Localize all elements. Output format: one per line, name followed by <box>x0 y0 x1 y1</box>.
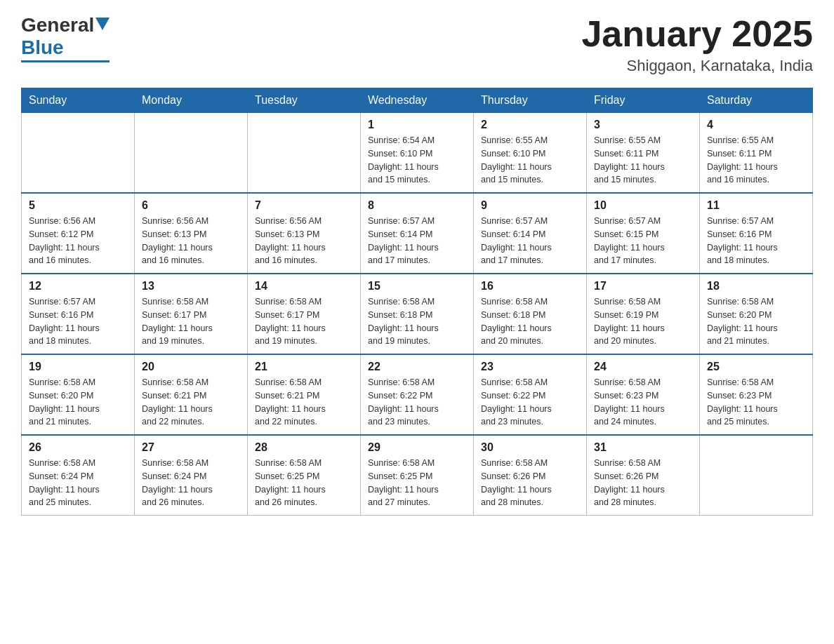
calendar-cell: 17Sunrise: 6:58 AMSunset: 6:19 PMDayligh… <box>587 274 700 354</box>
day-info: Sunrise: 6:54 AMSunset: 6:10 PMDaylight:… <box>368 134 466 187</box>
calendar-week-row: 26Sunrise: 6:58 AMSunset: 6:24 PMDayligh… <box>22 435 813 516</box>
day-info: Sunrise: 6:58 AMSunset: 6:20 PMDaylight:… <box>707 295 805 348</box>
day-number: 8 <box>368 199 466 212</box>
calendar-cell: 22Sunrise: 6:58 AMSunset: 6:22 PMDayligh… <box>361 354 474 435</box>
day-info: Sunrise: 6:55 AMSunset: 6:11 PMDaylight:… <box>594 134 692 187</box>
calendar-cell: 26Sunrise: 6:58 AMSunset: 6:24 PMDayligh… <box>22 435 135 516</box>
day-info: Sunrise: 6:58 AMSunset: 6:23 PMDaylight:… <box>707 376 805 429</box>
day-info: Sunrise: 6:58 AMSunset: 6:25 PMDaylight:… <box>255 457 353 509</box>
day-number: 17 <box>594 280 692 293</box>
day-info: Sunrise: 6:56 AMSunset: 6:12 PMDaylight:… <box>29 215 127 267</box>
col-sunday: Sunday <box>22 88 135 113</box>
day-number: 20 <box>142 361 240 373</box>
calendar-cell: 14Sunrise: 6:58 AMSunset: 6:17 PMDayligh… <box>248 274 361 354</box>
calendar-cell: 20Sunrise: 6:58 AMSunset: 6:21 PMDayligh… <box>135 354 248 435</box>
day-number: 1 <box>368 119 466 131</box>
day-number: 26 <box>29 441 127 454</box>
calendar-week-row: 5Sunrise: 6:56 AMSunset: 6:12 PMDaylight… <box>22 193 813 274</box>
day-info: Sunrise: 6:58 AMSunset: 6:26 PMDaylight:… <box>594 457 692 509</box>
calendar-header-row: Sunday Monday Tuesday Wednesday Thursday… <box>22 88 813 113</box>
day-info: Sunrise: 6:58 AMSunset: 6:21 PMDaylight:… <box>142 376 240 429</box>
calendar-week-row: 1Sunrise: 6:54 AMSunset: 6:10 PMDaylight… <box>22 113 813 194</box>
day-info: Sunrise: 6:58 AMSunset: 6:18 PMDaylight:… <box>368 295 466 348</box>
day-info: Sunrise: 6:58 AMSunset: 6:22 PMDaylight:… <box>368 376 466 429</box>
day-number: 2 <box>481 119 579 131</box>
col-tuesday: Tuesday <box>248 88 361 113</box>
col-thursday: Thursday <box>474 88 587 113</box>
day-number: 31 <box>594 441 692 454</box>
calendar-cell: 7Sunrise: 6:56 AMSunset: 6:13 PMDaylight… <box>248 193 361 274</box>
calendar-cell: 25Sunrise: 6:58 AMSunset: 6:23 PMDayligh… <box>700 354 813 435</box>
calendar-cell: 18Sunrise: 6:58 AMSunset: 6:20 PMDayligh… <box>700 274 813 354</box>
day-number: 27 <box>142 441 240 454</box>
calendar-cell <box>135 113 248 194</box>
calendar-cell: 24Sunrise: 6:58 AMSunset: 6:23 PMDayligh… <box>587 354 700 435</box>
day-number: 24 <box>594 361 692 373</box>
day-number: 13 <box>142 280 240 293</box>
calendar-cell <box>700 435 813 516</box>
day-number: 14 <box>255 280 353 293</box>
calendar-cell: 31Sunrise: 6:58 AMSunset: 6:26 PMDayligh… <box>587 435 700 516</box>
day-info: Sunrise: 6:56 AMSunset: 6:13 PMDaylight:… <box>255 215 353 267</box>
calendar-cell: 9Sunrise: 6:57 AMSunset: 6:14 PMDaylight… <box>474 193 587 274</box>
calendar-table: Sunday Monday Tuesday Wednesday Thursday… <box>21 88 813 516</box>
calendar-cell: 19Sunrise: 6:58 AMSunset: 6:20 PMDayligh… <box>22 354 135 435</box>
day-number: 22 <box>368 361 466 373</box>
calendar-cell: 8Sunrise: 6:57 AMSunset: 6:14 PMDaylight… <box>361 193 474 274</box>
col-monday: Monday <box>135 88 248 113</box>
day-number: 4 <box>707 119 805 131</box>
day-info: Sunrise: 6:57 AMSunset: 6:15 PMDaylight:… <box>594 215 692 267</box>
calendar-cell: 16Sunrise: 6:58 AMSunset: 6:18 PMDayligh… <box>474 274 587 354</box>
logo-general-text: General <box>21 14 94 36</box>
calendar-cell: 5Sunrise: 6:56 AMSunset: 6:12 PMDaylight… <box>22 193 135 274</box>
day-info: Sunrise: 6:58 AMSunset: 6:18 PMDaylight:… <box>481 295 579 348</box>
day-number: 3 <box>594 119 692 131</box>
day-info: Sunrise: 6:58 AMSunset: 6:21 PMDaylight:… <box>255 376 353 429</box>
day-info: Sunrise: 6:58 AMSunset: 6:23 PMDaylight:… <box>594 376 692 429</box>
calendar-cell: 13Sunrise: 6:58 AMSunset: 6:17 PMDayligh… <box>135 274 248 354</box>
calendar-cell: 4Sunrise: 6:55 AMSunset: 6:11 PMDaylight… <box>700 113 813 194</box>
day-number: 29 <box>368 441 466 454</box>
calendar-cell: 21Sunrise: 6:58 AMSunset: 6:21 PMDayligh… <box>248 354 361 435</box>
day-info: Sunrise: 6:56 AMSunset: 6:13 PMDaylight:… <box>142 215 240 267</box>
day-info: Sunrise: 6:55 AMSunset: 6:10 PMDaylight:… <box>481 134 579 187</box>
day-info: Sunrise: 6:58 AMSunset: 6:20 PMDaylight:… <box>29 376 127 429</box>
header: General Blue January 2025 Shiggaon, Karn… <box>21 14 813 75</box>
calendar-subtitle: Shiggaon, Karnataka, India <box>581 57 813 75</box>
day-info: Sunrise: 6:58 AMSunset: 6:24 PMDaylight:… <box>142 457 240 509</box>
day-number: 16 <box>481 280 579 293</box>
day-number: 12 <box>29 280 127 293</box>
day-info: Sunrise: 6:58 AMSunset: 6:24 PMDaylight:… <box>29 457 127 509</box>
calendar-cell: 11Sunrise: 6:57 AMSunset: 6:16 PMDayligh… <box>700 193 813 274</box>
calendar-cell: 12Sunrise: 6:57 AMSunset: 6:16 PMDayligh… <box>22 274 135 354</box>
day-info: Sunrise: 6:57 AMSunset: 6:16 PMDaylight:… <box>29 295 127 348</box>
calendar-cell: 27Sunrise: 6:58 AMSunset: 6:24 PMDayligh… <box>135 435 248 516</box>
calendar-cell: 15Sunrise: 6:58 AMSunset: 6:18 PMDayligh… <box>361 274 474 354</box>
day-info: Sunrise: 6:57 AMSunset: 6:16 PMDaylight:… <box>707 215 805 267</box>
calendar-cell <box>22 113 135 194</box>
day-number: 28 <box>255 441 353 454</box>
logo-triangle-icon <box>95 18 110 30</box>
day-info: Sunrise: 6:58 AMSunset: 6:22 PMDaylight:… <box>481 376 579 429</box>
day-info: Sunrise: 6:57 AMSunset: 6:14 PMDaylight:… <box>481 215 579 267</box>
day-number: 7 <box>255 199 353 212</box>
col-saturday: Saturday <box>700 88 813 113</box>
day-number: 21 <box>255 361 353 373</box>
day-info: Sunrise: 6:58 AMSunset: 6:26 PMDaylight:… <box>481 457 579 509</box>
day-info: Sunrise: 6:55 AMSunset: 6:11 PMDaylight:… <box>707 134 805 187</box>
day-number: 23 <box>481 361 579 373</box>
col-wednesday: Wednesday <box>361 88 474 113</box>
title-area: January 2025 Shiggaon, Karnataka, India <box>581 14 813 75</box>
calendar-cell: 2Sunrise: 6:55 AMSunset: 6:10 PMDaylight… <box>474 113 587 194</box>
col-friday: Friday <box>587 88 700 113</box>
day-number: 6 <box>142 199 240 212</box>
day-number: 18 <box>707 280 805 293</box>
day-number: 25 <box>707 361 805 373</box>
calendar-week-row: 12Sunrise: 6:57 AMSunset: 6:16 PMDayligh… <box>22 274 813 354</box>
calendar-cell: 29Sunrise: 6:58 AMSunset: 6:25 PMDayligh… <box>361 435 474 516</box>
logo-blue-text: Blue <box>21 36 64 58</box>
calendar-week-row: 19Sunrise: 6:58 AMSunset: 6:20 PMDayligh… <box>22 354 813 435</box>
day-number: 15 <box>368 280 466 293</box>
calendar-cell <box>248 113 361 194</box>
day-info: Sunrise: 6:58 AMSunset: 6:19 PMDaylight:… <box>594 295 692 348</box>
